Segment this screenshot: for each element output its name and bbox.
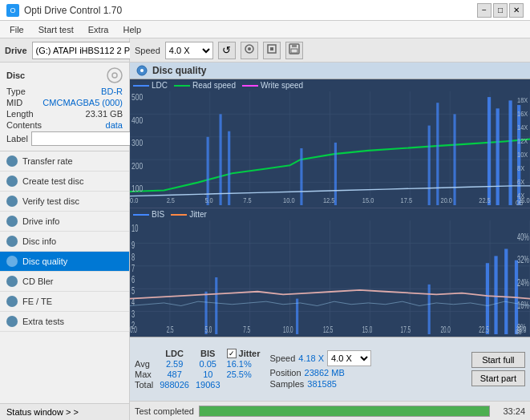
disc-icon xyxy=(107,67,123,83)
svg-text:2.5: 2.5 xyxy=(167,325,174,334)
svg-rect-37 xyxy=(508,100,512,205)
disc-contents-row: Contents data xyxy=(6,120,123,130)
svg-rect-8 xyxy=(291,49,297,53)
nav-drive-info[interactable]: Drive info xyxy=(0,212,129,232)
svg-text:100: 100 xyxy=(131,184,144,193)
start-full-button[interactable]: Start full xyxy=(471,352,525,368)
nav-create-test-disc[interactable]: Create test disc xyxy=(0,172,129,192)
drive-label: Drive xyxy=(5,46,27,55)
speed-stat-value: 4.18 X xyxy=(298,353,324,363)
svg-text:12X: 12X xyxy=(517,136,528,145)
svg-rect-83 xyxy=(428,285,431,334)
jitter-avg-value: 16.1% xyxy=(227,359,261,369)
drive-action-btn2[interactable] xyxy=(263,42,281,59)
read-speed-legend-line xyxy=(174,85,190,87)
svg-text:9: 9 xyxy=(131,240,135,251)
save-button[interactable] xyxy=(285,42,303,59)
minimize-button[interactable]: − xyxy=(477,3,492,18)
menu-file[interactable]: File xyxy=(3,23,30,36)
svg-text:17.5: 17.5 xyxy=(401,196,413,204)
svg-rect-30 xyxy=(300,148,302,205)
nav-verify-test-disc[interactable]: Verify test disc xyxy=(0,192,129,212)
nav-cd-bler-label: CD Bler xyxy=(22,277,54,286)
svg-text:3: 3 xyxy=(131,309,135,319)
stats-speed-select[interactable]: 4.0 X xyxy=(327,350,371,366)
progress-time: 33:24 xyxy=(495,406,525,416)
svg-text:2.5: 2.5 xyxy=(167,196,175,204)
svg-text:6X: 6X xyxy=(517,177,524,186)
menu-help[interactable]: Help xyxy=(116,23,148,36)
speed-select[interactable]: 4.0 X xyxy=(165,42,213,59)
svg-text:12.5: 12.5 xyxy=(323,196,335,204)
drive-info-icon xyxy=(6,216,18,227)
svg-text:14X: 14X xyxy=(517,123,528,131)
svg-point-1 xyxy=(112,73,117,78)
svg-text:200: 200 xyxy=(131,160,144,170)
nav-create-test-disc-label: Create test disc xyxy=(22,176,83,186)
speed-bar: Speed 4.0 X ↺ xyxy=(130,38,530,63)
progress-bar-inner xyxy=(200,406,489,416)
jitter-legend-label: Jitter xyxy=(189,210,207,219)
main-area: Drive (G:) ATAPI iHBS112 2 PL06 ⏏ Disc T… xyxy=(0,38,530,420)
stats-max-label: Max xyxy=(135,370,153,379)
disc-contents-label: Contents xyxy=(6,120,42,130)
menubar: File Start test Extra Help xyxy=(0,21,530,38)
disc-label-input[interactable] xyxy=(31,131,140,146)
progress-bar-outer xyxy=(199,406,490,417)
drive-action-btn1[interactable] xyxy=(241,42,258,59)
svg-text:17.5: 17.5 xyxy=(401,325,411,334)
status-window-button[interactable]: Status window > > xyxy=(0,403,129,420)
samples-row: Samples 381585 xyxy=(269,379,371,389)
disc-mid-value: CMCMAGBA5 (000) xyxy=(42,98,123,107)
bottom-chart-svg: 10 9 8 7 6 5 4 3 2 0.0 2.5 5.0 7.5 10.0 … xyxy=(130,220,530,334)
stats-bis-col: BIS 0.05 10 19063 xyxy=(196,349,220,390)
nav-disc-quality-label: Disc quality xyxy=(22,256,67,266)
svg-text:10X: 10X xyxy=(517,150,528,159)
window-controls: − □ ✕ xyxy=(477,3,524,18)
nav-cd-bler[interactable]: CD Bler xyxy=(0,272,129,292)
nav-disc-info[interactable]: Disc info xyxy=(0,232,129,252)
menu-start-test[interactable]: Start test xyxy=(32,23,80,36)
svg-text:0.0: 0.0 xyxy=(130,196,138,204)
nav-transfer-rate[interactable]: Transfer rate xyxy=(0,151,129,172)
nav-disc-quality[interactable]: Disc quality xyxy=(0,252,129,272)
samples-label: Samples xyxy=(269,379,304,389)
svg-text:7.5: 7.5 xyxy=(243,325,250,334)
stats-bar: Avg Max Total LDC 2.59 487 988026 BIS 0.… xyxy=(130,337,530,401)
svg-point-0 xyxy=(107,68,122,83)
svg-text:22.5: 22.5 xyxy=(479,325,488,334)
menu-extra[interactable]: Extra xyxy=(82,23,115,36)
cd-bler-icon xyxy=(6,276,18,287)
maximize-button[interactable]: □ xyxy=(493,3,508,18)
svg-rect-5 xyxy=(270,47,273,50)
svg-text:10.0: 10.0 xyxy=(283,196,295,204)
close-button[interactable]: ✕ xyxy=(509,3,524,18)
stats-ldc-col: LDC 2.59 487 988026 xyxy=(160,349,189,390)
transfer-rate-icon xyxy=(6,155,18,167)
legend-write-speed: Write speed xyxy=(242,81,303,90)
svg-text:22.5: 22.5 xyxy=(479,196,491,204)
nav-extra-tests[interactable]: Extra tests xyxy=(0,312,129,332)
svg-text:15.0: 15.0 xyxy=(362,196,374,204)
svg-rect-34 xyxy=(453,114,455,205)
titlebar-left: O Opti Drive Control 1.70 xyxy=(6,4,122,17)
disc-section-title: Disc xyxy=(6,71,25,80)
disc-label-label: Label xyxy=(6,134,28,143)
disc-mid-row: MID CMCMAGBA5 (000) xyxy=(6,98,123,107)
legend-read-speed: Read speed xyxy=(174,81,236,90)
legend-bis: BIS xyxy=(133,210,164,219)
speed-refresh-button[interactable]: ↺ xyxy=(218,42,236,59)
svg-text:8: 8 xyxy=(131,252,135,262)
nav-extra-tests-label: Extra tests xyxy=(22,317,64,326)
extra-tests-icon xyxy=(6,316,18,327)
stats-ldc-max: 487 xyxy=(160,370,189,379)
start-part-button[interactable]: Start part xyxy=(471,370,525,386)
svg-rect-28 xyxy=(219,114,221,205)
svg-text:20.0: 20.0 xyxy=(441,325,451,334)
nav-fe-te[interactable]: FE / TE xyxy=(0,292,129,312)
jitter-checkbox[interactable]: ✓ xyxy=(227,349,237,358)
app-icon: O xyxy=(6,4,19,17)
svg-text:24%: 24% xyxy=(517,277,529,288)
svg-text:18X: 18X xyxy=(517,95,528,104)
svg-rect-33 xyxy=(436,103,439,205)
